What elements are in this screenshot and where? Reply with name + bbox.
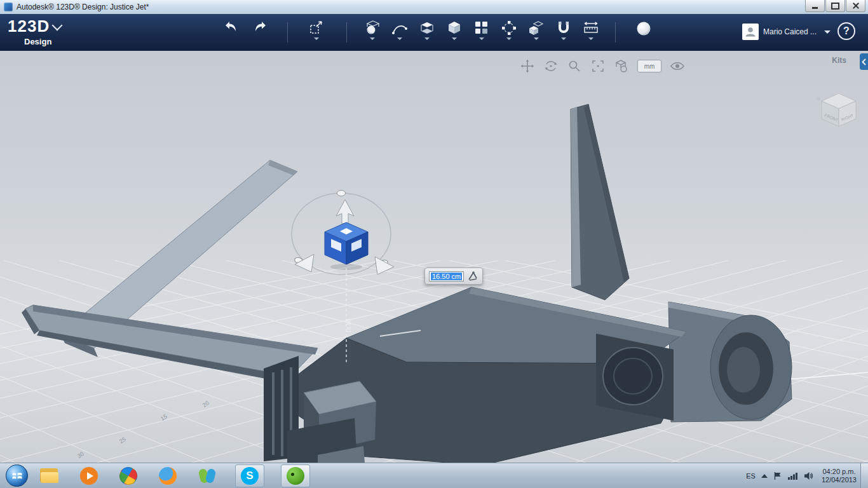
skype-letter: S (246, 470, 253, 482)
show-hidden-icons[interactable] (761, 474, 768, 478)
viewport-3d[interactable]: 16.50 (0, 51, 868, 463)
scene-canvas[interactable]: 16.50 (0, 51, 868, 463)
toolbar-separator (346, 22, 347, 43)
units-toggle[interactable]: mm (637, 60, 661, 72)
rotate-handle[interactable] (337, 191, 346, 196)
skype-icon: S (241, 467, 259, 485)
maximize-button[interactable] (825, 0, 845, 12)
pattern-icon (473, 20, 490, 36)
user-menu-caret-icon[interactable] (824, 30, 831, 34)
dropdown-caret-icon (314, 37, 319, 40)
kits-panel-toggle[interactable] (860, 53, 868, 70)
toolbar-separator (287, 22, 288, 43)
dropdown-caret-icon (506, 37, 512, 40)
dropdown-caret-icon (561, 37, 566, 40)
pan-icon[interactable] (520, 58, 535, 74)
firefox-taskbar-button[interactable] (156, 465, 179, 487)
language-indicator[interactable]: ES (746, 472, 756, 480)
help-button[interactable]: ? (837, 22, 855, 40)
firefox-icon (159, 467, 177, 485)
dimension-ruler-icon[interactable] (467, 271, 478, 282)
circular-pattern-tool-button[interactable] (498, 20, 520, 48)
move-arrow-up[interactable] (336, 200, 354, 224)
redo-icon (252, 20, 269, 36)
skype-taskbar-button[interactable]: S (235, 464, 264, 487)
pinwheel-app-icon (116, 464, 140, 488)
modify-tool-button[interactable] (443, 20, 466, 48)
group-tool-button[interactable] (525, 20, 548, 48)
user-name[interactable]: Mario Caiced ... (763, 27, 822, 36)
dropdown-caret-icon (479, 37, 484, 40)
undo-button[interactable] (219, 20, 242, 48)
transform-tool-button[interactable] (305, 20, 328, 48)
show-desktop-button[interactable] (860, 463, 868, 488)
taskbar-icons: S (38, 464, 310, 487)
windows-taskbar: S ES (0, 463, 868, 488)
network-icon[interactable] (788, 471, 798, 480)
orbit-icon[interactable] (543, 58, 559, 74)
app-logo[interactable]: 123D (8, 17, 50, 36)
redo-button[interactable] (249, 20, 272, 48)
user-avatar[interactable] (742, 24, 759, 40)
help-label: ? (843, 25, 850, 37)
pinwheel-app-taskbar-button[interactable] (117, 465, 140, 487)
units-label: mm (644, 63, 655, 70)
dimension-value[interactable]: 16.50 cm (431, 273, 462, 280)
messenger-taskbar-button[interactable] (196, 465, 219, 487)
pattern-tool-button[interactable] (470, 20, 493, 48)
system-tray: ES 04:20 p.m. 12/04/2013 (746, 463, 859, 488)
dimension-input-group[interactable]: 16.50 cm (424, 268, 483, 285)
app-icon (4, 3, 13, 11)
visibility-icon[interactable] (670, 58, 685, 74)
jet-model[interactable] (22, 104, 792, 463)
manipulator-cube[interactable] (325, 222, 368, 264)
volume-icon[interactable] (804, 471, 813, 480)
measure-icon (583, 20, 599, 36)
close-icon (853, 3, 859, 9)
snap-tool-button[interactable] (552, 20, 575, 48)
clock-time: 04:20 p.m. (822, 468, 857, 476)
app-menu-chevron-icon[interactable] (52, 20, 63, 31)
person-icon (743, 25, 757, 39)
explorer-taskbar-button[interactable] (38, 465, 61, 487)
media-player-taskbar-button[interactable] (78, 465, 100, 487)
action-center-flag-icon[interactable] (773, 471, 782, 480)
dimension-input[interactable]: 16.50 cm (429, 271, 464, 281)
app-logo-sub: Design (24, 37, 51, 46)
dropdown-caret-icon (424, 37, 430, 40)
close-button[interactable] (846, 0, 865, 12)
minimize-icon (812, 7, 818, 9)
media-player-icon (80, 467, 98, 485)
minimize-button[interactable] (805, 0, 825, 12)
desktop-screen: Autodesk® 123D® Design: Justice Jet* 123… (0, 0, 868, 488)
material-tool-button[interactable] (632, 20, 655, 48)
taskbar-clock[interactable]: 04:20 p.m. 12/04/2013 (822, 468, 857, 484)
window-title: Autodesk® 123D® Design: Justice Jet* (17, 3, 149, 11)
move-arrow-left[interactable] (295, 254, 314, 272)
primitives-tool-button[interactable] (361, 20, 384, 48)
circular-pattern-icon (501, 20, 517, 36)
messenger-icon (198, 467, 216, 485)
fit-view-icon[interactable] (590, 58, 606, 74)
active-app-taskbar-button[interactable] (281, 464, 310, 487)
kits-panel-label[interactable]: Kits (832, 56, 846, 65)
dropdown-caret-icon (452, 37, 457, 40)
dropdown-caret-icon (534, 37, 539, 40)
view-cube[interactable]: FRONT RIGHT (815, 92, 861, 131)
windows-flag-icon (11, 470, 23, 482)
sketch-tool-button[interactable] (388, 20, 411, 48)
magnet-icon (555, 20, 572, 36)
material-sphere-icon (635, 20, 653, 37)
transform-icon (308, 20, 325, 36)
dropdown-caret-icon (397, 37, 402, 40)
zoom-icon[interactable] (567, 58, 582, 74)
green-app-icon (287, 467, 304, 485)
start-button[interactable] (6, 464, 28, 487)
measure-tool-button[interactable] (580, 20, 602, 48)
dropdown-caret-icon (588, 37, 593, 40)
viewcube-home-icon[interactable] (816, 96, 820, 101)
display-mode-icon[interactable] (614, 58, 629, 74)
dropdown-caret-icon (370, 37, 375, 40)
construct-tool-button[interactable] (416, 20, 438, 48)
window-titlebar[interactable]: Autodesk® 123D® Design: Justice Jet* (0, 0, 868, 15)
